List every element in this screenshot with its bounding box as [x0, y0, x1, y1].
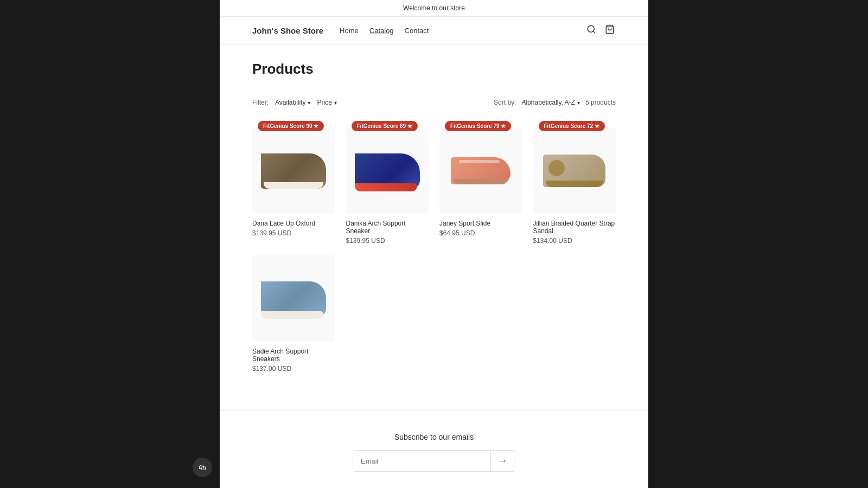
main-nav: Home Catalog Contact [340, 27, 585, 35]
chevron-down-icon: ▾ [577, 100, 580, 106]
filter-label: Filter: [252, 99, 269, 106]
subscribe-title: Subscribe to our emails [252, 433, 616, 441]
product-image-wrapper: FitGenius Score 79 ★ [439, 127, 522, 214]
header: John's Shoe Store Home Catalog Contact [220, 17, 648, 44]
shoe-image-sneaker [355, 153, 420, 189]
product-count: 5 products [585, 99, 616, 106]
announcement-text: Welcome to our store [403, 4, 465, 12]
filter-right: Sort by: Alphabetically, A-Z ▾ 5 product… [494, 99, 616, 106]
products-grid-row2: Sadie Arch Support Sneakers $137.00 USD [252, 255, 616, 373]
product-image-wrapper: FitGenius Score 72 ★ [533, 127, 616, 214]
price-filter[interactable]: Price ▾ [317, 99, 336, 106]
svg-point-0 [588, 25, 594, 32]
svg-line-1 [593, 31, 595, 33]
product-price: $139.95 USD [252, 229, 335, 237]
arrow-right-icon: → [499, 456, 507, 465]
shoe-image-sandal [543, 155, 605, 187]
main-content: Products Filter: Availability ▾ Price ▾ … [220, 44, 648, 410]
shoe-image-slide [451, 157, 510, 184]
email-input[interactable] [353, 451, 490, 471]
subscribe-section: Subscribe to our emails → [220, 410, 648, 488]
product-card-dana[interactable]: FitGenius Score 90 ★ Dana Lace Up Oxford… [252, 127, 335, 245]
nav-contact[interactable]: Contact [405, 27, 429, 35]
fitgenius-badge: FitGenius Score 79 ★ [445, 121, 511, 131]
nav-home[interactable]: Home [340, 27, 359, 35]
product-name: Dana Lace Up Oxford [252, 220, 335, 227]
nav-catalog[interactable]: Catalog [369, 27, 394, 35]
product-card-danika[interactable]: FitGenius Score 89 ★ Danika Arch Support… [346, 127, 429, 245]
product-image-wrapper: FitGenius Score 90 ★ [252, 127, 335, 214]
header-icons [585, 23, 616, 37]
shopify-icon: 🛍 [199, 463, 206, 472]
product-price: $139.95 USD [346, 237, 429, 245]
filter-bar: Filter: Availability ▾ Price ▾ Sort by: … [252, 93, 616, 112]
product-card-sadie[interactable]: Sadie Arch Support Sneakers $137.00 USD [252, 255, 335, 373]
search-button[interactable] [585, 23, 597, 37]
filter-left: Filter: Availability ▾ Price ▾ [252, 99, 337, 106]
cart-icon [605, 24, 615, 34]
shoe-image-oxford [261, 153, 326, 189]
search-icon [586, 24, 596, 34]
product-card-janey[interactable]: FitGenius Score 79 ★ Janey Sport Slide $… [439, 127, 522, 245]
sort-label: Sort by: [494, 99, 516, 106]
product-price: $137.00 USD [252, 365, 335, 373]
announcement-bar: Welcome to our store [220, 0, 648, 17]
product-name: Janey Sport Slide [439, 220, 522, 227]
page-title: Products [252, 61, 616, 78]
sort-dropdown[interactable]: Alphabetically, A-Z ▾ [521, 99, 580, 106]
subscribe-button[interactable]: → [490, 451, 515, 471]
store-name[interactable]: John's Shoe Store [252, 26, 323, 35]
fitgenius-badge: FitGenius Score 89 ★ [352, 121, 418, 131]
subscribe-form: → [353, 450, 515, 472]
product-name: Jillian Braided Quarter Strap Sandal [533, 220, 616, 235]
product-image-wrapper [252, 255, 335, 342]
cart-button[interactable] [604, 23, 616, 37]
product-price: $134.00 USD [533, 237, 616, 245]
fitgenius-badge: FitGenius Score 72 ★ [539, 121, 605, 131]
chevron-down-icon: ▾ [334, 100, 337, 106]
shopify-badge[interactable]: 🛍 [193, 458, 212, 477]
products-grid-row1: FitGenius Score 90 ★ Dana Lace Up Oxford… [252, 127, 616, 245]
product-price: $64.95 USD [439, 229, 522, 237]
chevron-down-icon: ▾ [308, 100, 310, 106]
fitgenius-badge: FitGenius Score 90 ★ [258, 121, 324, 131]
product-card-jillian[interactable]: FitGenius Score 72 ★ Jillian Braided Qua… [533, 127, 616, 245]
product-image-wrapper: FitGenius Score 89 ★ [346, 127, 429, 214]
availability-filter[interactable]: Availability ▾ [275, 99, 310, 106]
product-name: Sadie Arch Support Sneakers [252, 348, 335, 363]
shoe-image-sneaker2 [261, 281, 326, 317]
product-name: Danika Arch Support Sneaker [346, 220, 429, 235]
